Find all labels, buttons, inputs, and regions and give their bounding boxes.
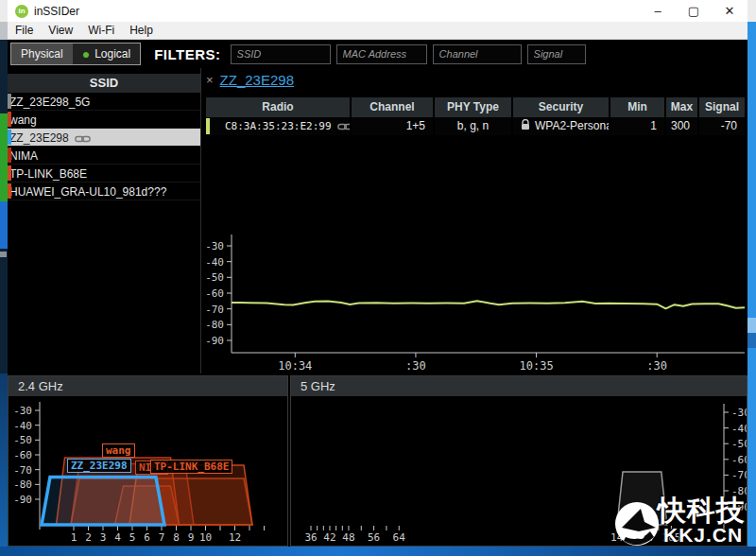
svg-text:7: 7 bbox=[159, 531, 165, 544]
svg-text:6: 6 bbox=[144, 531, 150, 544]
ssid-label: ZZ_23E298 bbox=[9, 131, 91, 145]
signal-time-chart: -30-40-50-60-70-80-9010:34:3010:35:30 bbox=[201, 227, 747, 374]
ssid-list-item[interactable]: wang bbox=[8, 111, 200, 129]
cell-signal: -70 bbox=[699, 117, 745, 135]
svg-text:-80: -80 bbox=[205, 319, 224, 331]
logical-toggle[interactable]: ● Logical bbox=[73, 43, 141, 64]
ssid-list-item[interactable]: ZZ_23E298_5G bbox=[8, 93, 200, 111]
filters-label: FILTERS: bbox=[154, 46, 220, 62]
svg-text:-60: -60 bbox=[731, 454, 747, 466]
svg-text:-80: -80 bbox=[13, 478, 32, 491]
table-row[interactable]: C8:3A:35:23:E2:991+5b, g, nWPA2-Personal… bbox=[206, 117, 747, 135]
cell-max: 300 bbox=[666, 117, 697, 135]
cell-phy-type: b, g, n bbox=[435, 117, 511, 135]
column-header-max[interactable]: Max bbox=[666, 97, 697, 117]
menu-item-file[interactable]: File bbox=[8, 24, 41, 37]
network-tab[interactable]: × ZZ_23E298 bbox=[206, 72, 294, 88]
ssid-list-item[interactable]: NIMA bbox=[8, 147, 200, 165]
svg-text:-50: -50 bbox=[13, 434, 32, 446]
radio-mac: C8:3A:35:23:E2:99 bbox=[214, 120, 332, 132]
table-header-row: RadioChannelPHY TypeSecurityMinMaxSignal bbox=[206, 97, 747, 117]
physical-toggle[interactable]: Physical bbox=[11, 43, 73, 64]
svg-text:12: 12 bbox=[229, 531, 241, 544]
menu-item-view[interactable]: View bbox=[41, 24, 80, 37]
svg-text:-60: -60 bbox=[205, 287, 224, 300]
mac-address-filter-input[interactable] bbox=[336, 44, 427, 64]
ssid-label: NIMA bbox=[9, 149, 38, 163]
desktop-fragment bbox=[0, 22, 8, 40]
kkj-logo-icon bbox=[612, 499, 662, 548]
network-color-bar bbox=[8, 183, 11, 199]
window-title: inSSIDer bbox=[34, 5, 79, 18]
column-header-min[interactable]: Min bbox=[610, 97, 664, 117]
desktop-left-strip bbox=[0, 0, 8, 556]
column-header-security[interactable]: Security bbox=[513, 97, 609, 117]
ssid-list-item[interactable]: ZZ_23E298 bbox=[8, 129, 200, 147]
svg-text:1: 1 bbox=[71, 531, 77, 544]
menu-item-wifi[interactable]: Wi-Fi bbox=[80, 24, 122, 37]
svg-text:8: 8 bbox=[173, 531, 180, 544]
channel-filter-input[interactable] bbox=[433, 44, 522, 64]
network-tab-title[interactable]: ZZ_23E298 bbox=[220, 72, 294, 88]
cell-security: WPA2-Personal bbox=[513, 117, 609, 135]
close-button[interactable]: ✕ bbox=[712, 0, 747, 22]
minimize-button[interactable]: – bbox=[640, 0, 676, 22]
ssid-list-header: SSID bbox=[8, 74, 200, 93]
link-icon bbox=[75, 135, 91, 143]
physical-label: Physical bbox=[21, 47, 63, 61]
network-color-bar bbox=[8, 148, 11, 163]
network-detail-panel: × ZZ_23E298 RadioChannelPHY TypeSecurity… bbox=[201, 68, 747, 374]
desktop-right-strip bbox=[747, 0, 756, 556]
network-label-zz_23e298[interactable]: ZZ_23E298 bbox=[67, 459, 131, 473]
titlebar[interactable]: in inSSIDer – ▢ ✕ bbox=[8, 0, 747, 22]
tab-close-icon[interactable]: × bbox=[206, 73, 214, 87]
desktop-background: in inSSIDer – ▢ ✕ FileViewWi-FiHelp Phys… bbox=[0, 0, 756, 556]
logical-active-dot-icon: ● bbox=[82, 46, 90, 61]
svg-text:36: 36 bbox=[304, 531, 317, 544]
watermark-text-url: KKJ.CN bbox=[663, 524, 743, 547]
svg-text:48: 48 bbox=[342, 531, 354, 544]
desktop-fragment bbox=[0, 0, 8, 22]
signal-filter-input[interactable] bbox=[527, 44, 586, 64]
network-label-wang[interactable]: wang bbox=[102, 443, 135, 458]
svg-text::30: :30 bbox=[405, 359, 426, 373]
panel-title-24ghz: 2.4 GHz bbox=[9, 376, 287, 396]
filter-toolbar: Physical ● Logical FILTERS: bbox=[8, 40, 747, 68]
column-header-radio[interactable]: Radio bbox=[206, 97, 350, 117]
svg-text:3: 3 bbox=[100, 531, 107, 544]
svg-text:-30: -30 bbox=[731, 407, 747, 419]
app-logo-icon: in bbox=[15, 5, 28, 18]
ssid-label: wang bbox=[9, 113, 37, 127]
network-color-bar bbox=[8, 112, 11, 127]
app-window: in inSSIDer – ▢ ✕ FileViewWi-FiHelp Phys… bbox=[8, 0, 747, 547]
ssid-list-item[interactable]: HUAWEI_GRA-UL10_981d??? bbox=[8, 182, 200, 200]
network-label-tp-link_b68e[interactable]: TP-LINK_B68E bbox=[150, 460, 232, 474]
radio-color-bar bbox=[206, 118, 210, 134]
ssid-filter-input[interactable] bbox=[231, 44, 331, 64]
desktop-fragment bbox=[747, 333, 756, 348]
maximize-button[interactable]: ▢ bbox=[676, 0, 712, 22]
desktop-icon-fragment bbox=[0, 113, 8, 201]
channel-chart-24ghz: -30-40-50-60-70-80-901234567891012 wangZ… bbox=[9, 396, 287, 546]
svg-text:-40: -40 bbox=[205, 256, 224, 269]
ssid-list-item[interactable]: TP-LINK_B68E bbox=[8, 165, 200, 182]
svg-text:-50: -50 bbox=[205, 271, 224, 284]
column-header-channel[interactable]: Channel bbox=[352, 97, 433, 117]
desktop-icon-fragment bbox=[0, 201, 8, 249]
svg-text:10:35: 10:35 bbox=[519, 359, 553, 373]
menu-item-help[interactable]: Help bbox=[122, 24, 161, 37]
svg-text:-70: -70 bbox=[13, 464, 32, 477]
column-header-phytype[interactable]: PHY Type bbox=[435, 97, 511, 117]
column-header-signal[interactable]: Signal bbox=[699, 97, 745, 117]
svg-text:10:34: 10:34 bbox=[278, 359, 312, 373]
network-color-bar bbox=[8, 165, 11, 181]
svg-text:5: 5 bbox=[129, 531, 136, 544]
svg-text:-70: -70 bbox=[731, 469, 747, 481]
link-icon bbox=[337, 123, 350, 130]
svg-text:-70: -70 bbox=[205, 304, 224, 316]
svg-text:9: 9 bbox=[188, 531, 195, 544]
svg-text::30: :30 bbox=[646, 359, 667, 373]
ssid-label: HUAWEI_GRA-UL10_981d??? bbox=[9, 185, 166, 199]
kkj-watermark: 快科技 KKJ.CN bbox=[610, 488, 756, 556]
desktop-fragment bbox=[747, 0, 756, 22]
